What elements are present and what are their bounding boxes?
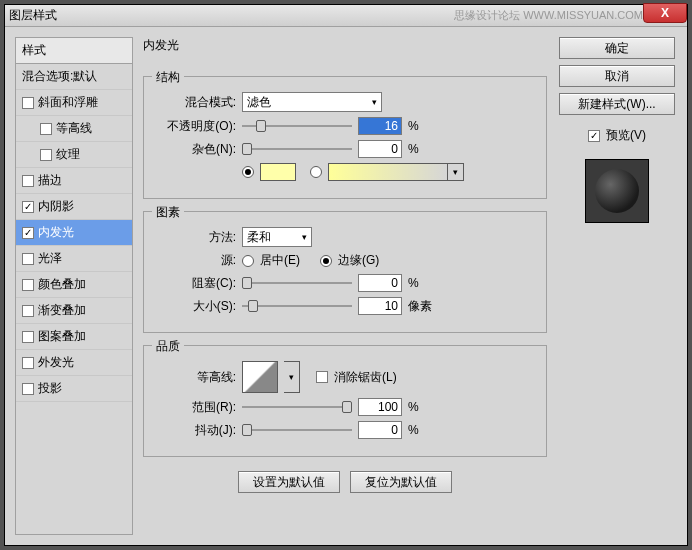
noise-unit: % [408,142,419,156]
contour-picker[interactable] [242,361,278,393]
reset-default-button[interactable]: 复位为默认值 [350,471,452,493]
sidebar-item-label: 投影 [38,380,62,397]
sidebar-item-label: 颜色叠加 [38,276,86,293]
sidebar-item-8[interactable]: 渐变叠加 [16,298,132,324]
jitter-unit: % [408,423,419,437]
gradient-swatch[interactable] [328,163,448,181]
sidebar-checkbox[interactable] [22,279,34,291]
set-default-button[interactable]: 设置为默认值 [238,471,340,493]
sidebar-item-2[interactable]: 纹理 [16,142,132,168]
antialias-checkbox[interactable] [316,371,328,383]
jitter-label: 抖动(J): [156,422,236,439]
range-label: 范围(R): [156,399,236,416]
choke-slider[interactable] [242,276,352,290]
sidebar-checkbox[interactable] [22,383,34,395]
main-panel: 内发光 结构 混合模式: 滤色▾ 不透明度(O): 16 % 杂色(N): 0 [143,37,547,535]
close-icon: X [661,6,669,20]
sidebar-item-label: 内发光 [38,224,74,241]
sidebar-item-9[interactable]: 图案叠加 [16,324,132,350]
choke-unit: % [408,276,419,290]
sidebar-item-11[interactable]: 投影 [16,376,132,402]
size-slider[interactable] [242,299,352,313]
sidebar-item-5[interactable]: 内发光 [16,220,132,246]
layer-style-dialog: 图层样式 思缘设计论坛 WWW.MISSYUAN.COM X 样式 混合选项:默… [4,4,688,546]
chevron-down-icon: ▾ [372,97,377,107]
source-edge-label: 边缘(G) [338,252,379,269]
technique-select[interactable]: 柔和▾ [242,227,312,247]
sidebar-item-4[interactable]: 内阴影 [16,194,132,220]
chevron-down-icon: ▾ [302,232,307,242]
range-input[interactable]: 100 [358,398,402,416]
opacity-input[interactable]: 16 [358,117,402,135]
technique-label: 方法: [156,229,236,246]
window-title: 图层样式 [9,7,454,24]
structure-legend: 结构 [152,69,184,86]
size-unit: 像素 [408,298,432,315]
sidebar-header[interactable]: 样式 [16,38,132,64]
preview-thumbnail [585,159,649,223]
sidebar-item-label: 光泽 [38,250,62,267]
sidebar-checkbox[interactable] [22,201,34,213]
sidebar-item-label: 外发光 [38,354,74,371]
sidebar-item-label: 纹理 [56,146,80,163]
size-label: 大小(S): [156,298,236,315]
opacity-unit: % [408,119,419,133]
sidebar-checkbox[interactable] [22,357,34,369]
sidebar-checkbox[interactable] [22,305,34,317]
jitter-slider[interactable] [242,423,352,437]
opacity-label: 不透明度(O): [156,118,236,135]
sidebar-item-0[interactable]: 斜面和浮雕 [16,90,132,116]
cancel-button[interactable]: 取消 [559,65,675,87]
contour-dropdown[interactable]: ▾ [284,361,300,393]
source-edge-radio[interactable] [320,255,332,267]
sidebar-item-7[interactable]: 颜色叠加 [16,272,132,298]
noise-input[interactable]: 0 [358,140,402,158]
sidebar-item-6[interactable]: 光泽 [16,246,132,272]
source-label: 源: [156,252,236,269]
source-center-radio[interactable] [242,255,254,267]
sidebar-item-label: 渐变叠加 [38,302,86,319]
sidebar-item-label: 描边 [38,172,62,189]
range-slider[interactable] [242,400,352,414]
sidebar-item-label: 图案叠加 [38,328,86,345]
sidebar-checkbox[interactable] [22,97,34,109]
quality-legend: 品质 [152,338,184,355]
ok-button[interactable]: 确定 [559,37,675,59]
new-style-button[interactable]: 新建样式(W)... [559,93,675,115]
sidebar-checkbox[interactable] [22,331,34,343]
choke-label: 阻塞(C): [156,275,236,292]
sidebar-item-label: 等高线 [56,120,92,137]
range-unit: % [408,400,419,414]
jitter-input[interactable]: 0 [358,421,402,439]
blend-mode-select[interactable]: 滤色▾ [242,92,382,112]
panel-title: 内发光 [143,37,547,54]
sidebar-item-label: 斜面和浮雕 [38,94,98,111]
choke-input[interactable]: 0 [358,274,402,292]
sidebar-checkbox[interactable] [40,149,52,161]
sidebar-checkbox[interactable] [22,175,34,187]
sidebar-checkbox[interactable] [22,253,34,265]
sidebar-checkbox[interactable] [22,227,34,239]
contour-label: 等高线: [156,369,236,386]
size-input[interactable]: 10 [358,297,402,315]
sidebar-item-3[interactable]: 描边 [16,168,132,194]
color-radio[interactable] [242,166,254,178]
sidebar-blend-options[interactable]: 混合选项:默认 [16,64,132,90]
gradient-dropdown[interactable]: ▾ [448,163,464,181]
sidebar-item-label: 内阴影 [38,198,74,215]
sidebar-checkbox[interactable] [40,123,52,135]
opacity-slider[interactable] [242,119,352,133]
titlebar: 图层样式 思缘设计论坛 WWW.MISSYUAN.COM X [5,5,687,27]
antialias-label: 消除锯齿(L) [334,369,397,386]
sidebar-item-1[interactable]: 等高线 [16,116,132,142]
quality-group: 品质 等高线: ▾ 消除锯齿(L) 范围(R): 100 % 抖动(J): [143,345,547,457]
sidebar-item-10[interactable]: 外发光 [16,350,132,376]
color-swatch[interactable] [260,163,296,181]
right-column: 确定 取消 新建样式(W)... 预览(V) [557,37,677,535]
close-button[interactable]: X [643,3,687,23]
preview-checkbox[interactable] [588,130,600,142]
noise-slider[interactable] [242,142,352,156]
watermark: 思缘设计论坛 WWW.MISSYUAN.COM [454,8,643,23]
blend-mode-label: 混合模式: [156,94,236,111]
gradient-radio[interactable] [310,166,322,178]
